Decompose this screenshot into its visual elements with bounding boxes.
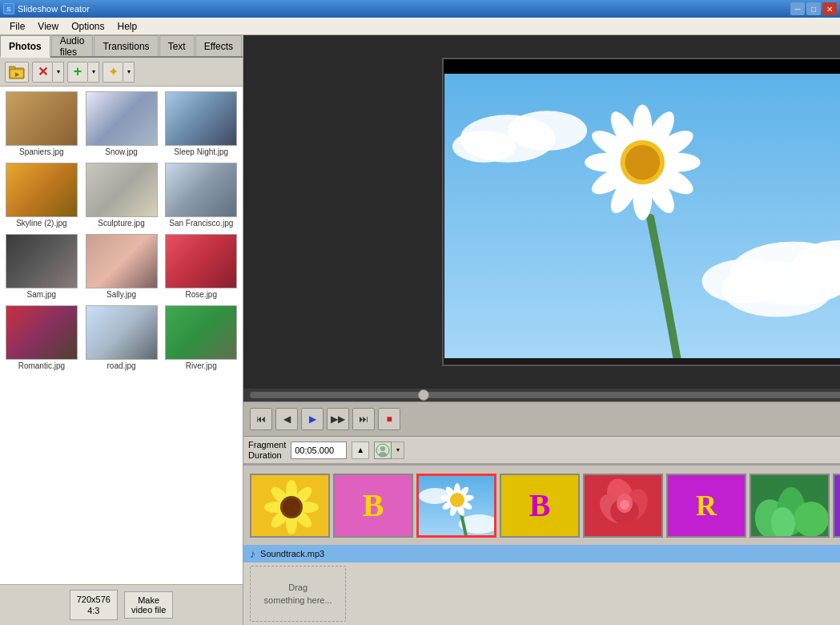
- timeline-item[interactable]: [583, 474, 663, 538]
- drag-text: Dragsomething here...: [264, 581, 332, 607]
- photo-filename: Spaniers.jpg: [19, 147, 64, 156]
- fragment-bar: Fragment Duration ▲ ▾ ↩ ✂ ⧉ 📋 ✕: [243, 437, 840, 464]
- drag-drop-zone[interactable]: Dragsomething here...: [250, 566, 346, 622]
- menubar: File View Options Help: [0, 18, 840, 35]
- preview-frame: [442, 58, 840, 366]
- tab-effects[interactable]: Effects: [195, 35, 242, 56]
- photo-thumbnail: [165, 91, 237, 146]
- photo-thumbnail: [6, 305, 78, 360]
- add-dropdown[interactable]: ▾: [88, 62, 99, 83]
- list-item[interactable]: Sculpture.jpg: [83, 161, 160, 229]
- photo-thumbnail: [6, 234, 78, 288]
- tab-text[interactable]: Text: [159, 35, 195, 56]
- menu-help[interactable]: Help: [111, 19, 144, 34]
- preview-black-bar-top: [444, 59, 840, 74]
- photo-filename: Sam.jpg: [27, 290, 57, 299]
- list-item[interactable]: Sleep Night.jpg: [163, 90, 239, 158]
- step-forward-button[interactable]: ▶▶: [327, 408, 349, 430]
- star-dropdown[interactable]: ▾: [123, 62, 135, 83]
- photo-thumbnail: [86, 305, 158, 360]
- photo-thumbnail: [165, 163, 237, 217]
- list-item[interactable]: River.jpg: [163, 304, 239, 372]
- timeline-item[interactable]: [750, 474, 830, 538]
- stop-button[interactable]: ■: [378, 408, 400, 430]
- list-item[interactable]: Spaniers.jpg: [3, 90, 80, 158]
- svg-point-8: [508, 111, 587, 150]
- timeline-item-selected[interactable]: [416, 474, 496, 538]
- photo-filename: Sleep Night.jpg: [174, 147, 228, 156]
- timeline-item[interactable]: B: [500, 474, 580, 538]
- svg-point-13: [721, 261, 833, 317]
- svg-point-30: [379, 452, 387, 457]
- list-item[interactable]: Rose.jpg: [163, 232, 239, 300]
- photo-filename: San Francisco.jpg: [169, 219, 233, 228]
- photo-thumbnail: [86, 234, 158, 288]
- photo-filename: Sally.jpg: [107, 290, 136, 299]
- open-folder-button[interactable]: ▶: [5, 62, 29, 83]
- tab-transitions[interactable]: Transitions: [94, 35, 158, 56]
- photo-filename: River.jpg: [186, 361, 217, 370]
- list-item[interactable]: road.jpg: [83, 304, 160, 372]
- timeline-item[interactable]: [250, 474, 330, 538]
- photo-grid: Spaniers.jpg Snow.jpg Sleep Night.jpg Sk…: [0, 87, 243, 584]
- svg-point-65: [620, 500, 629, 510]
- preview-black-bar-bottom: [444, 358, 840, 365]
- minimize-button[interactable]: ─: [790, 2, 805, 15]
- timeline-item[interactable]: ΖΞ: [833, 474, 840, 538]
- step-back-button[interactable]: ◀: [275, 408, 298, 430]
- menu-file[interactable]: File: [3, 19, 31, 34]
- svg-point-9: [452, 131, 516, 163]
- close-button[interactable]: ✕: [822, 2, 837, 15]
- timeline: B: [243, 465, 840, 545]
- rewind-to-start-button[interactable]: ⏮: [250, 408, 272, 430]
- tab-photos[interactable]: Photos: [0, 35, 50, 58]
- fragment-drop-arrow[interactable]: ▾: [392, 442, 404, 459]
- menu-options[interactable]: Options: [65, 19, 111, 34]
- svg-point-27: [625, 145, 661, 180]
- bottom-area: Dragsomething here...: [243, 562, 840, 625]
- app-icon: S: [3, 3, 14, 14]
- tab-audio[interactable]: Audio files: [51, 35, 94, 56]
- timeline-item[interactable]: R: [666, 474, 746, 538]
- list-item[interactable]: Skyline (2).jpg: [3, 161, 80, 229]
- photo-filename: Rose.jpg: [186, 290, 217, 299]
- list-item[interactable]: Sally.jpg: [83, 232, 160, 300]
- fragment-duration-input[interactable]: [291, 442, 347, 459]
- list-item[interactable]: Sam.jpg: [3, 232, 80, 300]
- add-button[interactable]: +: [67, 62, 88, 83]
- list-item[interactable]: Snow.jpg: [83, 90, 160, 158]
- photo-filename: Sculpture.jpg: [98, 219, 144, 228]
- left-panel: Photos Audio files Transitions Text Effe…: [0, 35, 243, 625]
- star-button[interactable]: ✦: [102, 62, 123, 83]
- photo-filename: Skyline (2).jpg: [16, 219, 66, 228]
- delete-button[interactable]: ✕: [32, 62, 53, 83]
- seekbar-track[interactable]: [250, 392, 840, 398]
- make-video-button[interactable]: Make video file: [124, 591, 173, 619]
- photo-filename: road.jpg: [107, 361, 135, 370]
- preview-image: [444, 59, 840, 365]
- fragment-label: Fragment Duration: [248, 440, 286, 461]
- soundtrack-label: Soundtrack.mp3: [260, 549, 324, 558]
- tab-bar: Photos Audio files Transitions Text Effe…: [0, 35, 243, 58]
- svg-point-58: [450, 493, 464, 507]
- resolution-line1: 720x576: [77, 594, 111, 605]
- app-title: Slideshow Creator: [18, 4, 90, 14]
- menu-view[interactable]: View: [31, 19, 65, 34]
- seekbar-row: [243, 389, 840, 401]
- photo-thumbnail: [6, 91, 78, 146]
- svg-text:S: S: [6, 6, 10, 13]
- seekbar-thumb[interactable]: [418, 389, 429, 401]
- list-item[interactable]: Romantic.jpg: [3, 304, 80, 372]
- photo-thumbnail: [86, 163, 158, 217]
- timeline-item[interactable]: B: [333, 474, 413, 538]
- maximize-button[interactable]: □: [806, 2, 821, 15]
- photo-thumbnail: [165, 234, 237, 288]
- delete-dropdown[interactable]: ▾: [53, 62, 64, 83]
- playback-controls: ⏮ ◀ ▶ ▶▶ ⏭ ■ 📷 ⛶ 7.0 s / 33.0 s: [243, 401, 840, 437]
- fragment-thumb: [374, 442, 392, 459]
- fast-forward-button[interactable]: ⏭: [352, 408, 375, 430]
- fragment-up-button[interactable]: ▲: [352, 442, 369, 459]
- photo-thumbnail: [165, 305, 237, 360]
- list-item[interactable]: San Francisco.jpg: [163, 161, 239, 229]
- play-button[interactable]: ▶: [301, 408, 324, 430]
